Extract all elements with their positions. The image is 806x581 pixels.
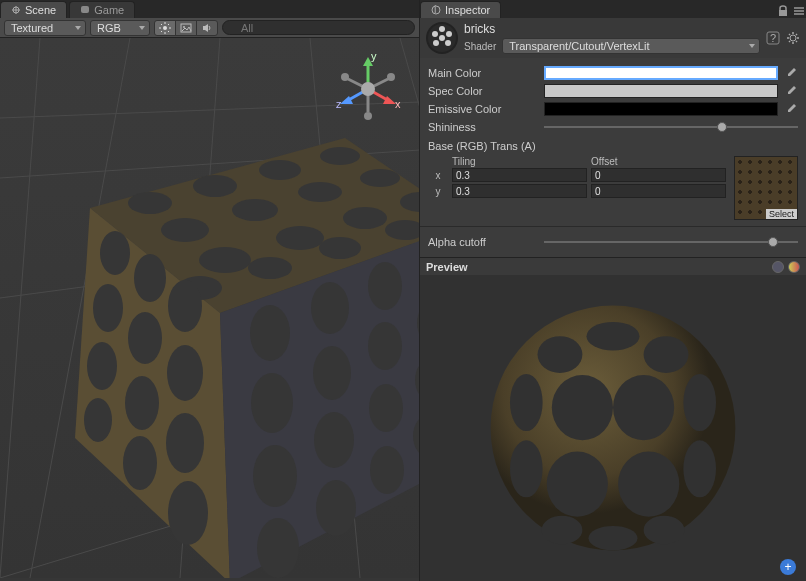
- svg-point-56: [311, 282, 349, 334]
- tab-game[interactable]: Game: [69, 1, 135, 18]
- svg-point-36: [276, 226, 324, 250]
- svg-point-112: [547, 451, 608, 516]
- offset-header: Offset: [591, 156, 726, 167]
- lighting-toggle[interactable]: [154, 20, 176, 36]
- help-icon[interactable]: ?: [766, 31, 780, 45]
- preview-label: Preview: [426, 261, 768, 273]
- svg-text:z: z: [336, 98, 342, 110]
- svg-point-61: [368, 322, 402, 370]
- settings-icon[interactable]: [786, 31, 800, 45]
- inspector-body: Main Color Spec Color Emissive Color Shi…: [420, 58, 806, 257]
- add-component-button[interactable]: +: [780, 559, 796, 575]
- shader-dropdown[interactable]: Transparent/Cutout/VertexLit: [502, 38, 760, 54]
- offset-y-input[interactable]: [591, 184, 726, 198]
- texture-select-button[interactable]: Select: [766, 209, 797, 219]
- tab-label: Game: [94, 4, 124, 16]
- offset-x-input[interactable]: [591, 168, 726, 182]
- scene-toolbar: Textured RGB: [0, 18, 419, 38]
- svg-point-53: [123, 436, 157, 490]
- tiling-y-input[interactable]: [452, 184, 587, 198]
- svg-line-100: [796, 34, 797, 35]
- lock-icon[interactable]: [776, 4, 790, 18]
- tab-scene[interactable]: Scene: [0, 1, 67, 18]
- tab-inspector[interactable]: i Inspector: [420, 1, 501, 18]
- scene-tab-bar: Scene Game: [0, 0, 419, 18]
- scene-search-input[interactable]: [222, 20, 415, 35]
- spec-color-swatch[interactable]: [544, 84, 778, 98]
- tiling-x-input[interactable]: [452, 168, 587, 182]
- material-name: bricks: [464, 22, 760, 36]
- svg-text:y: y: [371, 54, 377, 62]
- svg-point-115: [589, 526, 638, 550]
- svg-point-40: [248, 257, 292, 279]
- svg-point-28: [193, 175, 237, 197]
- texture-slot[interactable]: Select: [734, 156, 798, 220]
- inspector-icon: i: [431, 5, 441, 15]
- svg-point-48: [167, 345, 203, 401]
- svg-point-44: [134, 254, 166, 302]
- svg-point-57: [368, 262, 402, 310]
- tab-label: Scene: [25, 4, 56, 16]
- main-color-swatch[interactable]: [544, 66, 778, 80]
- svg-point-110: [510, 440, 543, 497]
- axis-x-label: x: [428, 170, 448, 181]
- render-mode-dropdown[interactable]: RGB: [90, 20, 150, 36]
- preview-sphere-toggle[interactable]: [772, 261, 784, 273]
- svg-point-65: [369, 384, 403, 432]
- svg-point-49: [87, 342, 117, 390]
- svg-point-52: [84, 398, 112, 442]
- svg-line-101: [789, 41, 790, 42]
- svg-point-88: [433, 40, 439, 46]
- orientation-gizmo[interactable]: y x z: [333, 54, 403, 124]
- svg-line-9: [168, 31, 169, 32]
- alpha-cutoff-slider[interactable]: [544, 235, 798, 249]
- svg-point-55: [250, 305, 290, 361]
- emissive-color-swatch[interactable]: [544, 102, 778, 116]
- audio-toggle[interactable]: [196, 20, 218, 36]
- svg-point-73: [387, 73, 395, 81]
- game-icon: [80, 5, 90, 15]
- emissive-color-label: Emissive Color: [428, 103, 538, 115]
- tab-label: Inspector: [445, 4, 490, 16]
- fx-toggle[interactable]: [175, 20, 197, 36]
- svg-point-37: [343, 207, 387, 229]
- preview-sphere: [420, 275, 806, 581]
- svg-line-10: [168, 24, 169, 25]
- svg-point-50: [125, 376, 159, 430]
- svg-point-3: [163, 26, 167, 30]
- scene-viewport[interactable]: y x z: [0, 38, 419, 581]
- image-icon: [180, 22, 192, 34]
- svg-point-67: [257, 518, 299, 578]
- svg-point-86: [432, 31, 438, 37]
- eyedropper-icon[interactable]: [784, 66, 798, 80]
- svg-point-108: [552, 375, 613, 440]
- svg-point-45: [168, 280, 202, 332]
- preview-light-toggle[interactable]: [788, 261, 800, 273]
- svg-text:x: x: [395, 98, 401, 110]
- svg-point-93: [790, 35, 796, 41]
- svg-point-87: [446, 31, 452, 37]
- preview-viewport[interactable]: +: [420, 275, 806, 581]
- svg-point-71: [364, 112, 372, 120]
- scene-effects-group: [154, 20, 218, 36]
- speaker-icon: [201, 22, 213, 34]
- svg-point-74: [361, 82, 375, 96]
- eyedropper-icon[interactable]: [784, 84, 798, 98]
- svg-point-59: [251, 373, 293, 433]
- material-thumbnail: [426, 22, 458, 54]
- svg-line-11: [161, 31, 162, 32]
- base-tex-label: Base (RGB) Trans (A): [428, 140, 798, 152]
- svg-point-27: [128, 192, 172, 214]
- panel-menu-icon[interactable]: [792, 4, 806, 18]
- svg-point-29: [259, 160, 301, 180]
- eyedropper-icon[interactable]: [784, 102, 798, 116]
- svg-text:i: i: [434, 5, 436, 15]
- shading-mode-dropdown[interactable]: Textured: [4, 20, 86, 36]
- sun-icon: [159, 22, 171, 34]
- svg-point-89: [445, 40, 451, 46]
- shininess-slider[interactable]: [544, 120, 798, 134]
- svg-text:?: ?: [770, 32, 776, 44]
- shininess-label: Shininess: [428, 121, 538, 133]
- spec-color-label: Spec Color: [428, 85, 538, 97]
- axis-y-label: y: [428, 186, 448, 197]
